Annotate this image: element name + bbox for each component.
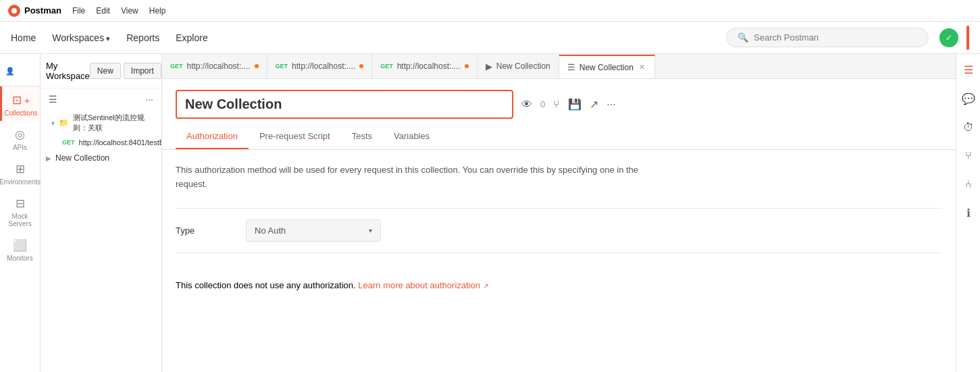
tab-2[interactable]: GET http://localhost:.... (267, 54, 373, 78)
close-tab-button[interactable]: ✕ (638, 63, 646, 72)
add-collection-icon[interactable]: + (24, 95, 30, 106)
collections-icon: ⊡ (12, 93, 22, 107)
right-icon-fork[interactable]: ⑂ (961, 146, 976, 166)
auth-type-value: No Auth (255, 225, 286, 236)
accent-bar (966, 26, 969, 50)
menu-file[interactable]: File (72, 6, 85, 16)
tab-variables[interactable]: Variables (383, 124, 440, 149)
collection-toolbar-right: 👁 0 ⑂ 💾 ↗ ··· (521, 98, 616, 111)
save-icon[interactable]: 💾 (568, 98, 582, 111)
collection-tab-icon: ☰ (567, 62, 575, 72)
workspace-label: My Workspace (46, 61, 90, 81)
tab-3[interactable]: GET http://localhost:.... (372, 54, 478, 78)
collection-body: This authorization method will be used f… (162, 150, 956, 372)
fork-icon[interactable]: ⑂ (553, 99, 560, 111)
tab-method: GET (380, 63, 393, 70)
folder-icon: 📁 (59, 118, 69, 128)
search-input[interactable] (754, 32, 917, 43)
tab-url: http://localhost:.... (187, 61, 251, 71)
mock-servers-label: Mock Servers (3, 213, 37, 228)
new-button[interactable]: New (90, 63, 121, 79)
right-icon-comment[interactable]: 💬 (958, 88, 979, 109)
main-area: 👤 ⊡ + Collections ◎ APIs ⊞ Environments (0, 54, 980, 372)
chevron-down-icon: ▾ (51, 119, 55, 127)
apis-label: APIs (13, 144, 27, 151)
toolbar-left: ☰ (46, 92, 60, 106)
app-logo: Postman (8, 5, 61, 17)
user-icon: 👤 (5, 67, 15, 76)
tab-url: http://localhost:.... (292, 61, 355, 71)
more-options-icon[interactable]: ··· (143, 92, 156, 106)
auth-footer-text: This collection does not use any authori… (176, 280, 356, 290)
nav-explore[interactable]: Explore (176, 30, 207, 46)
divider-2 (176, 253, 942, 253)
nav-reports[interactable]: Reports (126, 30, 159, 46)
divider (176, 208, 942, 209)
nav-home[interactable]: Home (11, 30, 36, 46)
mock-servers-icon: ⊟ (16, 196, 25, 211)
auth-footer: This collection does not use any authori… (176, 280, 942, 290)
collection-item-new[interactable]: ▶ New Collection (41, 149, 161, 167)
nav-workspaces[interactable]: Workspaces (52, 30, 110, 46)
logo-icon (8, 5, 20, 17)
auth-description: This authorization method will be used f… (176, 163, 648, 192)
tab-4[interactable]: ▶ New Collection (478, 54, 559, 78)
tab-method: GET (276, 63, 288, 70)
auth-type-row: Type No Auth ▾ (176, 219, 942, 242)
monitors-label: Monitors (7, 255, 32, 262)
sidebar-item-mock-servers[interactable]: ⊟ Mock Servers (0, 190, 40, 232)
collections-toolbar: ☰ ··· (41, 88, 161, 110)
collections-label: Collections (5, 109, 38, 117)
collection-name-row: 👁 0 ⑂ 💾 ↗ ··· (162, 79, 956, 119)
list-item[interactable]: GET http://localhost:8401/testB (41, 136, 161, 149)
sidebar-item-collections[interactable]: ⊡ + Collections (0, 86, 40, 121)
workspace-actions: New Import (90, 63, 161, 79)
chevron-down-icon: ▾ (369, 227, 372, 234)
tab-1[interactable]: GET http://localhost:.... (162, 54, 267, 78)
right-icon-history[interactable]: ⏱ (959, 117, 978, 138)
right-icon-doc[interactable]: ☰ (960, 59, 977, 80)
tab-tests[interactable]: Tests (341, 124, 383, 149)
collection-folder[interactable]: ▾ 📁 测试Sentinel的流控规则：关联 (41, 110, 161, 136)
content-area: GET http://localhost:.... GET http://loc… (162, 54, 956, 372)
play-icon: ▶ (486, 61, 492, 72)
unsaved-dot (255, 64, 259, 68)
search-icon: 🔍 (738, 32, 748, 43)
menu-help[interactable]: Help (149, 6, 166, 16)
watch-count: 0 (540, 99, 545, 109)
watch-icon[interactable]: 👁 (521, 99, 532, 111)
icon-sidebar: 👤 ⊡ + Collections ◎ APIs ⊞ Environments (0, 54, 41, 372)
collection-tabs: Authorization Pre-request Script Tests V… (162, 124, 956, 150)
sidebar-list: ▾ 📁 测试Sentinel的流控规则：关联 GET http://localh… (41, 110, 161, 372)
unsaved-dot (359, 64, 363, 68)
sidebar-item-monitors[interactable]: ⬜ Monitors (0, 232, 40, 266)
monitors-icon: ⬜ (13, 238, 27, 253)
right-icon-branch[interactable]: ⑃ (961, 174, 976, 194)
unsaved-dot (465, 64, 469, 68)
auth-type-select[interactable]: No Auth ▾ (246, 219, 381, 242)
search-bar[interactable]: 🔍 (726, 28, 929, 47)
sidebar-item-environments[interactable]: ⊞ Environments (0, 155, 40, 190)
left-sidebar-area: 👤 ⊡ + Collections ◎ APIs ⊞ Environments (0, 54, 162, 372)
app-title: Postman (24, 5, 61, 16)
learn-more-link[interactable]: Learn more about authorization ↗ (358, 280, 488, 290)
collection-name-input[interactable] (176, 90, 513, 119)
sidebar-item-apis[interactable]: ◎ APIs (0, 121, 40, 155)
tab-url: http://localhost:.... (397, 61, 461, 71)
share-icon[interactable]: ↗ (590, 98, 598, 111)
filter-icon[interactable]: ☰ (46, 92, 60, 106)
tab-authorization[interactable]: Authorization (176, 124, 249, 149)
menu-view[interactable]: View (121, 6, 138, 16)
right-icon-info[interactable]: ℹ (962, 203, 975, 223)
import-button[interactable]: Import (124, 63, 161, 79)
environments-icon: ⊞ (16, 162, 25, 176)
apis-icon: ◎ (15, 128, 25, 142)
tab-pre-request-script[interactable]: Pre-request Script (249, 124, 341, 149)
menu-edit[interactable]: Edit (96, 6, 110, 16)
tab-label: New Collection (579, 63, 634, 72)
folder-name: 测试Sentinel的流控规则：关联 (73, 113, 156, 133)
more-icon[interactable]: ··· (607, 99, 615, 111)
sync-button[interactable]: ✓ (939, 28, 958, 47)
tab-5-active[interactable]: ☰ New Collection ✕ (559, 55, 655, 79)
environments-label: Environments (0, 178, 41, 186)
